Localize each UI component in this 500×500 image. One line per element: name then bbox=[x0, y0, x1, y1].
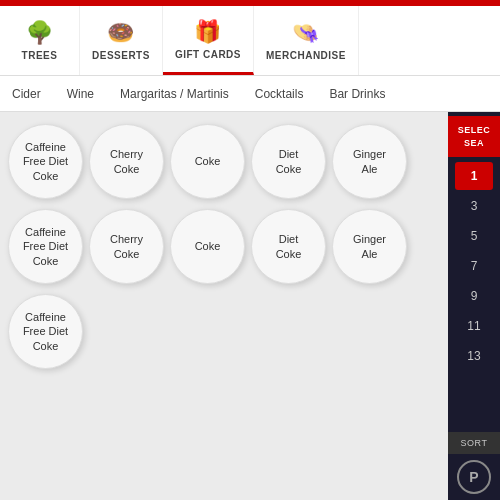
product-item-diet-coke-1[interactable]: Diet Coke bbox=[251, 124, 326, 199]
sidebar-profile-button[interactable]: P bbox=[457, 460, 491, 494]
product-item-caffeine-free-diet-coke-3[interactable]: Caffeine Free Diet Coke bbox=[8, 294, 83, 369]
nav-tab-gift-cards[interactable]: 🎁 GIFT CARDS bbox=[163, 6, 254, 75]
product-label-caffeine-free-diet-coke-3: Caffeine Free Diet Coke bbox=[23, 310, 68, 353]
product-label-diet-coke-1: Diet Coke bbox=[276, 147, 302, 176]
nav-tab-label-desserts: DESSERTS bbox=[92, 50, 150, 61]
trees-icon: 🌳 bbox=[26, 20, 53, 46]
product-item-coke-2[interactable]: Coke bbox=[170, 209, 245, 284]
sidebar-number-9[interactable]: 9 bbox=[455, 282, 493, 310]
product-label-cherry-coke-2: Cherry Coke bbox=[110, 232, 143, 261]
sidebar-number-13[interactable]: 13 bbox=[455, 342, 493, 370]
sidebar-number-5[interactable]: 5 bbox=[455, 222, 493, 250]
sidebar-number-1[interactable]: 1 bbox=[455, 162, 493, 190]
sub-nav-item-cocktails[interactable]: Cocktails bbox=[251, 87, 308, 101]
product-item-ginger-ale-2[interactable]: Ginger Ale bbox=[332, 209, 407, 284]
main-content: Caffeine Free Diet CokeCherry CokeCokeDi… bbox=[0, 112, 500, 500]
gift-cards-icon: 🎁 bbox=[194, 19, 221, 45]
right-sidebar: SELECSEA 135791113SORT P bbox=[448, 112, 500, 500]
nav-tab-desserts[interactable]: 🍩 DESSERTS bbox=[80, 6, 163, 75]
product-item-diet-coke-2[interactable]: Diet Coke bbox=[251, 209, 326, 284]
sub-nav: CiderWineMargaritas / MartinisCocktailsB… bbox=[0, 76, 500, 112]
product-item-caffeine-free-diet-coke-1[interactable]: Caffeine Free Diet Coke bbox=[8, 124, 83, 199]
sidebar-header: SELECSEA bbox=[448, 116, 500, 157]
sub-nav-item-cider[interactable]: Cider bbox=[8, 87, 45, 101]
nav-tab-trees[interactable]: 🌳 TREES bbox=[0, 6, 80, 75]
product-label-diet-coke-2: Diet Coke bbox=[276, 232, 302, 261]
sidebar-sort-button[interactable]: SORT bbox=[448, 432, 500, 454]
sidebar-number-7[interactable]: 7 bbox=[455, 252, 493, 280]
product-grid: Caffeine Free Diet CokeCherry CokeCokeDi… bbox=[0, 112, 448, 500]
product-item-ginger-ale-1[interactable]: Ginger Ale bbox=[332, 124, 407, 199]
product-row-1: Caffeine Free Diet CokeCherry CokeCokeDi… bbox=[8, 209, 440, 284]
nav-tab-label-trees: TREES bbox=[22, 50, 58, 61]
nav-tab-label-gift-cards: GIFT CARDS bbox=[175, 49, 241, 60]
sidebar-number-3[interactable]: 3 bbox=[455, 192, 493, 220]
product-label-coke-1: Coke bbox=[195, 154, 221, 168]
product-item-coke-1[interactable]: Coke bbox=[170, 124, 245, 199]
nav-tab-label-merchandise: MERCHANDISE bbox=[266, 50, 346, 61]
nav-tabs: 🌳 TREES 🍩 DESSERTS 🎁 GIFT CARDS 👒 MERCHA… bbox=[0, 6, 500, 76]
product-row-0: Caffeine Free Diet CokeCherry CokeCokeDi… bbox=[8, 124, 440, 199]
product-label-coke-2: Coke bbox=[195, 239, 221, 253]
product-row-2: Caffeine Free Diet Coke bbox=[8, 294, 440, 369]
product-label-caffeine-free-diet-coke-1: Caffeine Free Diet Coke bbox=[23, 140, 68, 183]
sub-nav-item-bar-drinks[interactable]: Bar Drinks bbox=[325, 87, 389, 101]
product-label-cherry-coke-1: Cherry Coke bbox=[110, 147, 143, 176]
product-item-cherry-coke-2[interactable]: Cherry Coke bbox=[89, 209, 164, 284]
product-label-ginger-ale-1: Ginger Ale bbox=[353, 147, 386, 176]
product-item-caffeine-free-diet-coke-2[interactable]: Caffeine Free Diet Coke bbox=[8, 209, 83, 284]
desserts-icon: 🍩 bbox=[107, 20, 134, 46]
nav-tab-merchandise[interactable]: 👒 MERCHANDISE bbox=[254, 6, 359, 75]
merchandise-icon: 👒 bbox=[292, 20, 319, 46]
sub-nav-item-wine[interactable]: Wine bbox=[63, 87, 98, 101]
sidebar-number-11[interactable]: 11 bbox=[455, 312, 493, 340]
product-item-cherry-coke-1[interactable]: Cherry Coke bbox=[89, 124, 164, 199]
sub-nav-item-margaritas[interactable]: Margaritas / Martinis bbox=[116, 87, 233, 101]
sidebar-header-text: SELECSEA bbox=[452, 124, 496, 149]
product-label-caffeine-free-diet-coke-2: Caffeine Free Diet Coke bbox=[23, 225, 68, 268]
product-label-ginger-ale-2: Ginger Ale bbox=[353, 232, 386, 261]
